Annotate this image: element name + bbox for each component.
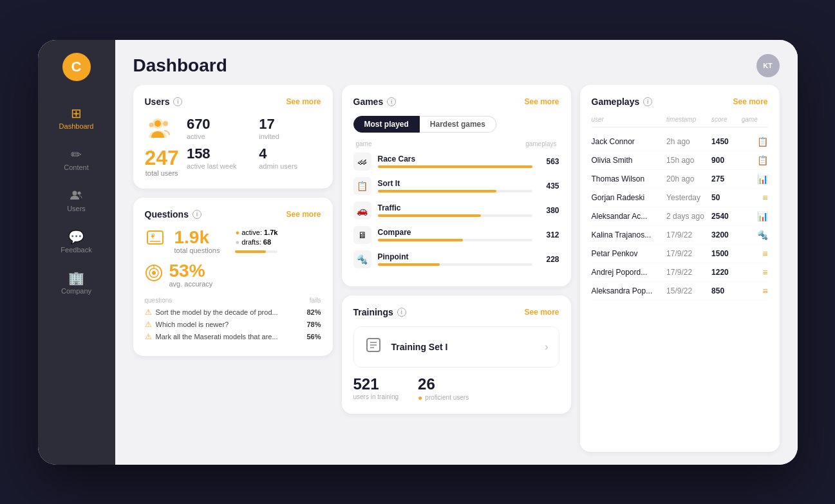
gameplays-list: Jack Connor 2h ago 1450 📋 Olivia Smith 1… xyxy=(592,133,768,301)
games-card-title: Games i xyxy=(353,97,397,107)
gameplay-row: Olivia Smith 15h ago 900 📋 xyxy=(592,151,768,170)
header: Dashboard KT xyxy=(115,40,798,85)
active-users-number: 670 xyxy=(187,116,249,133)
sidebar-item-content[interactable]: ✏ Content xyxy=(38,142,115,178)
users-card: Users i See more xyxy=(133,85,333,189)
game-bar xyxy=(378,239,463,241)
svg-rect-6 xyxy=(147,231,163,244)
gp-col-score: score xyxy=(711,116,742,123)
active-label: active: xyxy=(241,229,262,236)
game-count: 312 xyxy=(539,230,559,239)
fail-pct: 56% xyxy=(306,333,321,341)
fails-header-f: fails xyxy=(310,297,321,304)
fail-row: ⚠ Sort the model by the decade of prod..… xyxy=(145,308,321,317)
game-row: 📋 Sort It 435 xyxy=(353,177,559,195)
gameplay-row: Thomas Wilson 20h ago 275 📊 xyxy=(592,170,768,189)
training-item[interactable]: Training Set I › xyxy=(353,326,559,368)
trainings-card-title: Trainings i xyxy=(353,307,406,317)
content-area: Users i See more xyxy=(115,85,798,465)
sidebar-item-label: Users xyxy=(67,205,86,212)
games-info-icon[interactable]: i xyxy=(387,97,396,106)
trainings-info-icon[interactable]: i xyxy=(397,308,406,317)
game-count: 435 xyxy=(539,182,559,191)
logo[interactable]: C xyxy=(62,53,91,81)
gameplay-row: Aleksandra Pop... 15/9/22 850 ≡ xyxy=(592,282,768,301)
games-col-gameplays: gameplays xyxy=(525,140,556,147)
tab-most-played[interactable]: Most played xyxy=(353,116,420,133)
invited-users-number: 17 xyxy=(259,116,321,133)
gameplays-info-icon[interactable]: i xyxy=(643,97,652,106)
total-users-label: total users xyxy=(145,169,178,177)
invited-users-label: invited xyxy=(259,133,321,140)
sidebar-item-company[interactable]: 🏢 Company xyxy=(38,265,115,301)
accuracy-label: avg. accuracy xyxy=(169,280,213,288)
questions-card-title: Questions i xyxy=(145,209,202,219)
trainings-see-more[interactable]: See more xyxy=(524,308,559,317)
games-col-game: game xyxy=(356,140,372,147)
active-users-label: active xyxy=(187,133,249,140)
fails-header-q: questions xyxy=(145,297,173,304)
game-name: Race Cars xyxy=(378,154,532,163)
svg-point-4 xyxy=(163,121,168,126)
gameplay-row: Andrej Popord... 17/9/22 1220 ≡ xyxy=(592,263,768,282)
sidebar-item-dashboard[interactable]: ⊞ Dashboard xyxy=(38,100,115,136)
sidebar-item-label: Feedback xyxy=(61,246,91,254)
sidebar-item-label: Content xyxy=(64,163,89,171)
accuracy-icon xyxy=(145,264,163,286)
main-content: Dashboard KT Users i See more xyxy=(115,40,798,465)
questions-info-icon[interactable]: i xyxy=(192,210,202,219)
training-item-icon xyxy=(364,336,382,358)
game-row: 🚗 Traffic 380 xyxy=(353,201,559,219)
active-last-week-label: active last week xyxy=(187,162,249,170)
warning-icon: ⚠ xyxy=(145,320,152,329)
feedback-icon: 💬 xyxy=(68,230,84,243)
fail-text: Sort the model by the decade of prod... xyxy=(156,308,303,316)
gameplay-row: Aleksandar Ac... 2 days ago 2540 📊 xyxy=(592,207,768,226)
sidebar-item-feedback[interactable]: 💬 Feedback xyxy=(38,224,115,260)
trainings-card: Trainings i See more xyxy=(342,295,571,414)
game-icon: 🏎 xyxy=(353,153,371,171)
svg-point-3 xyxy=(155,120,161,127)
left-column: Users i See more xyxy=(133,85,333,452)
svg-text:?: ? xyxy=(151,233,155,240)
dashboard-icon: ⊞ xyxy=(71,107,82,120)
admin-users-number: 4 xyxy=(259,145,321,162)
total-users-number: 247 xyxy=(145,147,179,168)
games-see-more[interactable]: See more xyxy=(524,97,559,106)
users-group-icon xyxy=(146,116,177,144)
game-name: Compare xyxy=(378,228,532,237)
users-card-title: Users i xyxy=(145,97,183,107)
game-bar xyxy=(378,190,497,192)
svg-point-12 xyxy=(152,271,156,275)
game-name: Sort It xyxy=(378,179,532,188)
gameplay-row: Jack Connor 2h ago 1450 📋 xyxy=(592,133,768,151)
users-see-more[interactable]: See more xyxy=(286,97,321,106)
accuracy-number: 53% xyxy=(169,262,213,280)
page-title: Dashboard xyxy=(133,55,227,76)
svg-point-0 xyxy=(72,191,77,195)
gameplay-row: Kalina Trajanos... 17/9/22 3200 🔩 xyxy=(592,226,768,245)
game-name: Pinpoint xyxy=(378,252,532,261)
tab-hardest-games[interactable]: Hardest games xyxy=(420,116,496,133)
nav-items: ⊞ Dashboard ✏ Content Users 💬 Feedback 🏢… xyxy=(38,100,115,301)
sidebar-item-users[interactable]: Users xyxy=(38,183,115,219)
game-name: Traffic xyxy=(378,203,532,212)
avatar[interactable]: KT xyxy=(756,54,780,77)
sidebar: C ⊞ Dashboard ✏ Content Users 💬 Feedback xyxy=(38,40,115,465)
game-row: 🖥 Compare 312 xyxy=(353,226,559,244)
fail-pct: 82% xyxy=(306,308,321,316)
training-users-label: users in training xyxy=(353,393,399,400)
fail-row: ⚠ Mark all the Maserati models that are.… xyxy=(145,332,321,341)
fail-row: ⚠ Which model is newer? 78% xyxy=(145,320,321,329)
admin-users-label: admin users xyxy=(259,162,321,170)
games-list: 🏎 Race Cars 563 📋 Sort It xyxy=(353,153,559,268)
training-users-number: 521 xyxy=(353,375,399,393)
gp-col-user: user xyxy=(592,116,667,123)
questions-card: Questions i See more ? xyxy=(133,198,333,356)
gameplay-row: Gorjan Radeski Yesterday 50 ≡ xyxy=(592,189,768,207)
game-icon: 🚗 xyxy=(353,201,371,219)
questions-see-more[interactable]: See more xyxy=(286,210,321,219)
users-info-icon[interactable]: i xyxy=(173,97,182,106)
warning-icon: ⚠ xyxy=(145,332,152,341)
gameplays-see-more[interactable]: See more xyxy=(733,97,767,106)
